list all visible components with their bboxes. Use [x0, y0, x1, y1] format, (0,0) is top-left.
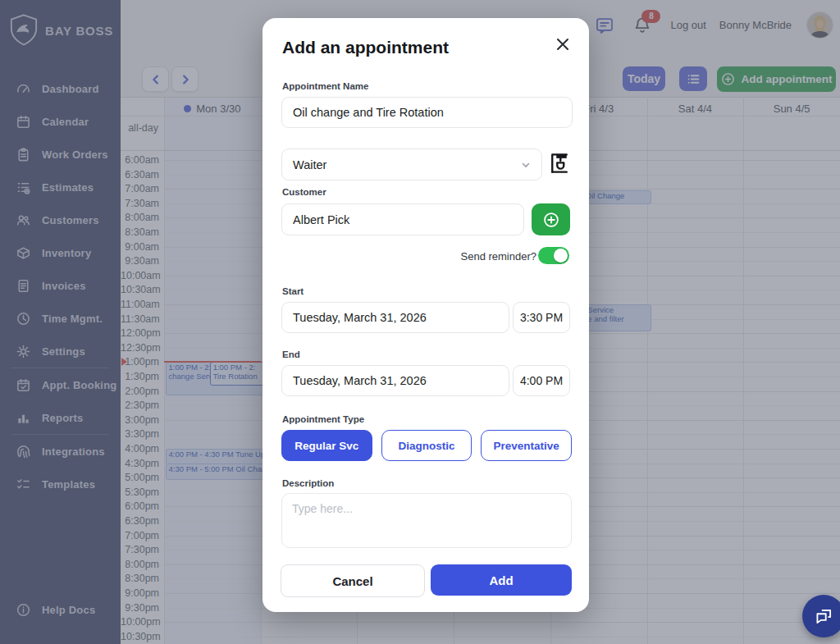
- type-button-preventative[interactable]: Preventative: [481, 430, 572, 461]
- description-label: Description: [282, 478, 334, 488]
- customer-label: Customer: [282, 187, 326, 197]
- start-date-input[interactable]: Tuesday, March 31, 2026: [281, 302, 509, 333]
- appointment-type-label: Appointment Type: [282, 414, 364, 424]
- send-reminder-label: Send reminder?: [461, 250, 537, 263]
- send-reminder-toggle[interactable]: [538, 247, 569, 264]
- waiter-select[interactable]: Waiter: [281, 148, 542, 180]
- end-label: End: [282, 349, 300, 359]
- close-button[interactable]: [551, 33, 574, 56]
- app-root: BAY BOSS Dashboard Calendar Work Orders …: [0, 0, 840, 644]
- close-icon: [555, 37, 570, 52]
- chevron-down-icon: [521, 160, 531, 170]
- chat-fab-button[interactable]: [802, 595, 840, 637]
- appointment-type-group: Regular SvcDiagnosticPreventative: [281, 430, 572, 461]
- modal-title: Add an appointment: [282, 38, 449, 57]
- cancel-button[interactable]: Cancel: [281, 564, 425, 597]
- start-label: Start: [282, 286, 304, 296]
- start-time-input[interactable]: 3:30 PM: [513, 302, 570, 333]
- type-button-regular-svc[interactable]: Regular Svc: [281, 430, 372, 461]
- customer-input[interactable]: [281, 203, 524, 235]
- description-textarea[interactable]: [281, 493, 572, 548]
- end-date-input[interactable]: Tuesday, March 31, 2026: [281, 365, 509, 396]
- add-button[interactable]: Add: [431, 564, 572, 596]
- appointment-name-input[interactable]: [281, 97, 573, 128]
- end-time-input[interactable]: 4:00 PM: [513, 365, 570, 396]
- plus-circle-icon: [542, 211, 560, 229]
- coffee-machine-icon[interactable]: [547, 151, 572, 176]
- type-button-diagnostic[interactable]: Diagnostic: [381, 430, 472, 461]
- add-customer-button[interactable]: [532, 203, 570, 235]
- chat-bubbles-icon: [813, 605, 834, 627]
- add-appointment-modal: Add an appointment Appointment Name Wait…: [262, 18, 589, 612]
- toggle-knob: [554, 249, 568, 263]
- appointment-name-label: Appointment Name: [282, 81, 368, 91]
